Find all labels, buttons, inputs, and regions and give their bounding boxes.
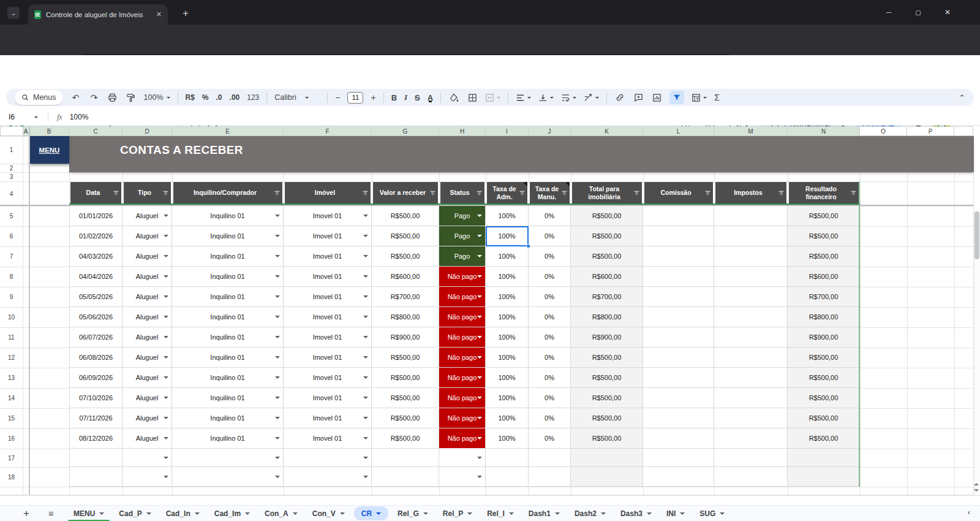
cell-date[interactable]: 08/12/2026	[69, 428, 123, 449]
cell-tenant[interactable]: Inquilino 01	[172, 368, 284, 388]
cell-manu[interactable]: 0%	[529, 206, 571, 226]
menu-formatar[interactable]: Formatar	[152, 127, 195, 139]
cell-adm[interactable]: 100%	[486, 226, 529, 246]
dropdown-arrow-icon[interactable]	[164, 336, 168, 341]
cell-empty-type[interactable]	[123, 467, 172, 487]
cell-date[interactable]: 01/02/2026	[69, 226, 123, 246]
cell-taxes[interactable]	[714, 327, 788, 348]
font-family-select[interactable]: Calibri	[274, 93, 320, 102]
cell-value[interactable]: R$500,00	[372, 246, 439, 267]
column-filter-icon[interactable]	[113, 189, 119, 196]
tab-search-icon[interactable]: ⌄	[7, 7, 20, 19]
menu-cell-button[interactable]: MENU	[29, 136, 69, 164]
cell-result[interactable]: R$500,00	[788, 368, 860, 388]
cell-type[interactable]: Aluguel	[123, 388, 172, 408]
cell-value[interactable]: R$500,00	[372, 428, 439, 449]
cell-taxes[interactable]	[714, 246, 788, 267]
column-filter-icon[interactable]	[561, 189, 568, 196]
row-number-18[interactable]: 18	[0, 467, 23, 487]
cell-property[interactable]: Imovel 01	[284, 348, 372, 368]
cell-result[interactable]: R$600,00	[788, 267, 860, 287]
cell-commission[interactable]	[643, 408, 714, 428]
scroll-down-icon[interactable]	[974, 489, 979, 494]
column-filter-icon[interactable]	[519, 189, 526, 196]
cell-tenant[interactable]: Inquilino 01	[172, 428, 284, 449]
cell-empty-tenant[interactable]	[172, 467, 284, 487]
cell-date[interactable]: 05/05/2026	[69, 287, 123, 307]
row-number-17[interactable]: 17	[0, 449, 23, 467]
cell-adm[interactable]: 100%	[486, 307, 529, 327]
cell-result[interactable]: R$500,00	[788, 428, 860, 449]
cell-taxes[interactable]	[714, 226, 788, 246]
cell-commission[interactable]	[643, 206, 714, 226]
dropdown-arrow-icon[interactable]	[363, 457, 368, 462]
cell-value[interactable]: R$500,00	[372, 226, 439, 246]
row-number-11[interactable]: 11	[0, 327, 23, 348]
cell-total[interactable]: R$500,00	[571, 368, 643, 388]
column-header-partial[interactable]	[954, 126, 973, 136]
row-number-13[interactable]: 13	[0, 368, 23, 388]
tab-dropdown-arrow-icon[interactable]	[146, 512, 151, 517]
cell-manu[interactable]: 0%	[529, 307, 571, 327]
cell-status[interactable]: Não pago	[439, 428, 486, 449]
cell-commission[interactable]	[643, 287, 714, 307]
cell-tenant[interactable]: Inquilino 01	[172, 348, 284, 368]
browser-tab[interactable]: Controle de aluguel de Imóveis ✕	[28, 4, 168, 25]
cell-empty-date[interactable]	[69, 467, 123, 487]
sheet-tab-rel_i[interactable]: Rel_I	[480, 506, 521, 521]
dropdown-arrow-icon[interactable]	[275, 295, 280, 300]
cell-status[interactable]: Não pago	[439, 408, 486, 428]
dropdown-arrow-icon[interactable]	[477, 476, 482, 481]
functions-sum-button[interactable]: Σ	[714, 93, 720, 102]
cell-result[interactable]: R$500,00	[788, 348, 860, 368]
cell-commission[interactable]	[643, 327, 714, 348]
cell-result[interactable]: R$700,00	[788, 287, 860, 307]
cell-type[interactable]: Aluguel	[123, 348, 172, 368]
cell-manu[interactable]: 0%	[529, 267, 571, 287]
menu-inserir[interactable]: Inserir	[119, 127, 152, 139]
cell-manu[interactable]: 0%	[529, 287, 571, 307]
cell-total[interactable]: R$500,00	[571, 206, 643, 226]
cell-property[interactable]: Imovel 01	[284, 368, 372, 388]
cell-status[interactable]: Não pago	[439, 388, 486, 408]
row-number-1[interactable]: 1	[0, 136, 23, 164]
dropdown-arrow-icon[interactable]	[363, 215, 368, 219]
dropdown-arrow-icon[interactable]	[275, 275, 280, 280]
column-header-H[interactable]: H	[439, 126, 486, 136]
cell-value[interactable]: R$500,00	[372, 388, 439, 408]
dropdown-arrow-icon[interactable]	[477, 417, 482, 422]
dropdown-arrow-icon[interactable]	[275, 336, 280, 341]
format-currency-button[interactable]: R$	[186, 93, 195, 102]
cell-taxes[interactable]	[714, 307, 788, 327]
borders-icon[interactable]	[467, 92, 478, 103]
cell-type[interactable]: Aluguel	[123, 307, 172, 327]
cell-adm[interactable]: 100%	[486, 408, 529, 428]
zoom-control[interactable]: 100%	[144, 93, 170, 102]
row-number-3[interactable]: 3	[0, 172, 23, 181]
cell-property[interactable]: Imovel 01	[284, 287, 372, 307]
cell-type[interactable]: Aluguel	[123, 206, 172, 226]
window-close-button[interactable]: ✕	[938, 6, 957, 18]
cell-taxes[interactable]	[714, 388, 788, 408]
cell-date[interactable]: 06/08/2026	[69, 348, 123, 368]
dropdown-arrow-icon[interactable]	[363, 316, 368, 321]
font-size-input[interactable]: 11	[347, 92, 363, 104]
sheet-tab-sug[interactable]: SUG	[692, 506, 732, 521]
column-filter-icon[interactable]	[476, 189, 483, 196]
cell-total[interactable]: R$900,00	[571, 327, 643, 348]
dropdown-arrow-icon[interactable]	[164, 397, 168, 401]
cell-total[interactable]: R$600,00	[571, 267, 643, 287]
cell-property[interactable]: Imovel 01	[284, 267, 372, 287]
horizontal-align-control[interactable]	[516, 93, 531, 102]
column-filter-icon[interactable]	[274, 189, 281, 196]
cell-property[interactable]: Imovel 01	[284, 226, 372, 246]
cell-status[interactable]: Pago	[439, 246, 486, 267]
cell-adm[interactable]: 100%	[486, 327, 529, 348]
sheet-tab-rel_p[interactable]: Rel_P	[435, 506, 480, 521]
tab-dropdown-arrow-icon[interactable]	[509, 512, 514, 517]
dropdown-arrow-icon[interactable]	[477, 316, 482, 321]
cell-empty-value[interactable]	[372, 449, 439, 467]
cell-total[interactable]: R$500,00	[571, 428, 643, 449]
cell-status[interactable]: Pago	[439, 226, 486, 246]
cell-property[interactable]: Imovel 01	[284, 246, 372, 267]
